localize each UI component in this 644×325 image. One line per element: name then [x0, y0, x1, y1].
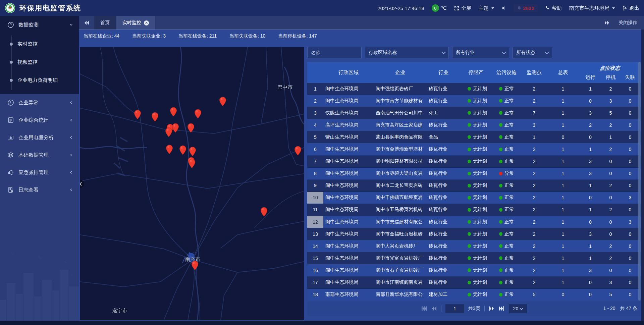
status-dot-icon: [468, 87, 471, 91]
map-pin[interactable]: [195, 109, 202, 119]
datetime-label: 2021-02-25 17:46:18: [377, 5, 424, 11]
tabs-scroll-left-button[interactable]: [79, 16, 94, 30]
map-pin[interactable]: [172, 123, 179, 133]
status-dot-icon: [499, 256, 502, 260]
theme-dropdown[interactable]: 主题: [479, 5, 494, 11]
prev-page-button[interactable]: [431, 306, 437, 311]
chevron-left-icon: [69, 118, 73, 122]
cell-industry: 砖瓦行业: [427, 243, 460, 249]
page-size-select[interactable]: 20: [509, 304, 527, 313]
org-dropdown[interactable]: 南充市生态环境局: [569, 5, 615, 11]
map-pin[interactable]: [179, 145, 186, 155]
table-row[interactable]: 13阆中生态环境局阆中市金福旺页岩机砖砖瓦行业无计划正常21300: [307, 228, 641, 240]
map-pin[interactable]: [219, 97, 226, 106]
page-number-input[interactable]: [445, 304, 464, 313]
chevron-left-icon: [69, 101, 73, 104]
fullscreen-button[interactable]: 全屏: [454, 5, 471, 11]
table-row[interactable]: 5营山生态环境局营山县润丰肉食品有限食品无计划正常10010: [307, 131, 641, 143]
table-row[interactable]: 2阆中生态环境局阆中市南方节能建材有砖瓦行业无计划正常21030: [307, 95, 641, 107]
region-filter-select[interactable]: 行政区域名称: [365, 47, 449, 58]
status-filter-select[interactable]: 所有状态: [513, 47, 552, 58]
sidebar-item-3[interactable]: 企业综合统计: [0, 111, 79, 129]
table-row[interactable]: 14阆中生态环境局阆中大兴页岩机砖厂砖瓦行业无计划正常21120: [307, 240, 641, 252]
table-row[interactable]: 10阆中生态环境局阆中千佛镇五郎垭页岩砖瓦行业无计划正常21003: [307, 192, 641, 204]
cell-monitor-count: 2: [521, 207, 547, 212]
table-row[interactable]: 7阆中生态环境局阆中明阳建材有限公司砖瓦行业无计划正常21300: [307, 156, 641, 168]
cell-company: 阆中强锐页岩砖厂: [374, 86, 427, 92]
sidebar-subitem[interactable]: 企业电力负荷明细: [0, 71, 79, 89]
sidebar-item-5[interactable]: 基础数据管理: [0, 146, 79, 164]
cell-company: 阆中市忠信建材有限公: [374, 219, 427, 225]
sidebar-item-1[interactable]: 数据监测: [0, 16, 79, 34]
sound-toggle[interactable]: [501, 6, 506, 10]
status-label: 正常: [504, 267, 514, 273]
sidebar-subitem-label: 企业电力负荷明细: [17, 77, 58, 84]
notification-bell[interactable]: 2632: [514, 4, 538, 12]
logout-button[interactable]: 退出: [622, 5, 639, 11]
last-page-button[interactable]: [499, 306, 505, 311]
cell-halt-count: 1: [602, 134, 620, 140]
cell-industry: 砖瓦行业: [427, 255, 460, 261]
map-pin[interactable]: [134, 110, 141, 119]
sidebar-item-7[interactable]: 日志查看: [0, 181, 79, 199]
cell-monitor-count: 2: [521, 256, 547, 261]
table-row[interactable]: 16阆中生态环境局阆中市石子页岩机砖厂砖瓦行业无计划正常21300: [307, 264, 641, 276]
cell-facility-status: 正常: [492, 207, 521, 213]
map-pin[interactable]: [189, 159, 196, 168]
map-pin[interactable]: [294, 146, 301, 156]
sidebar-subitem[interactable]: 实时监控: [0, 35, 79, 53]
help-button[interactable]: 帮助: [545, 5, 562, 11]
tab-bar: 首页 实时监控 ✕ 关闭操作: [79, 16, 644, 30]
table-row[interactable]: 18南部生态环境局南部县新华水泥有限公建材加工无计划正常50050: [307, 289, 641, 301]
cell-industry: 砖瓦行业: [427, 98, 460, 104]
name-search-input[interactable]: [307, 47, 362, 58]
table-row[interactable]: 15阆中生态环境局阆中市光富页岩机砖厂砖瓦行业无计划正常21120: [307, 252, 641, 264]
table-scrollbar[interactable]: [638, 62, 641, 301]
close-tab-icon[interactable]: ✕: [144, 20, 149, 25]
sidebar-subitem[interactable]: 视频监控: [0, 53, 79, 71]
page-scrollbar-track[interactable]: [641, 30, 644, 321]
double-chevron-right-icon[interactable]: [604, 20, 610, 25]
table-row[interactable]: 1阆中生态环境局阆中强锐页岩砖厂砖瓦行业无计划正常21120: [307, 83, 641, 95]
table-row[interactable]: 6阆中生态环境局阆中市金博瑞新型墙材砖瓦行业无计划正常21120: [307, 143, 641, 155]
map-canvas[interactable]: 巴中市南充市遂宁市: [80, 47, 304, 320]
cell-region: 阆中生态环境局: [323, 158, 374, 164]
map-pin[interactable]: [191, 261, 198, 270]
status-label: 无计划: [473, 267, 487, 273]
map-pin[interactable]: [261, 207, 268, 217]
map-pin[interactable]: [166, 145, 173, 154]
table-row[interactable]: 3仪陇生态环境局西南油气田分公司川中化工无计划正常71350: [307, 107, 641, 119]
sidebar-item-4[interactable]: 企业用电量分析: [0, 129, 79, 146]
tab-realtime-monitor[interactable]: 实时监控 ✕: [116, 16, 155, 30]
tab-home[interactable]: 首页: [94, 16, 116, 30]
chevron-down-icon: [69, 23, 73, 26]
map-pin[interactable]: [189, 147, 196, 156]
bell-icon: [517, 6, 522, 10]
stat-item: 当前在线企业: 44: [84, 33, 119, 39]
cell-company: 南充市高坪区王家店建: [374, 122, 427, 128]
map-pin[interactable]: [165, 127, 172, 137]
table-row[interactable]: 11阆中生态环境局阆中市五马桥页岩机砖砖瓦行业无计划正常21120: [307, 204, 641, 216]
cell-stop-status: 无计划: [460, 231, 492, 237]
sidebar-item-6[interactable]: 应急减排管理: [0, 164, 79, 181]
map-pin[interactable]: [151, 112, 158, 122]
industry-filter-select[interactable]: 所有行业: [452, 47, 509, 58]
cell-monitor-count: 3: [521, 122, 547, 128]
table-row[interactable]: 17阆中生态环境局阆中市江南镇阆南页岩砖瓦行业无计划正常21030: [307, 277, 641, 289]
cell-lost-count: 0: [620, 280, 641, 285]
close-operations-menu[interactable]: 关闭操作: [619, 20, 637, 26]
map-pin[interactable]: [170, 107, 177, 117]
table-row[interactable]: 4高坪生态环境局南充市高坪区王家店建砖瓦行业无计划正常31220: [307, 119, 641, 131]
map-pin[interactable]: [187, 123, 195, 133]
table-row[interactable]: 8阆中生态环境局阆中市枣碧大梁山页岩砖瓦行业无计划异常21300: [307, 168, 641, 180]
next-page-button[interactable]: [489, 306, 495, 311]
cell-region: 阆中生态环境局: [323, 267, 374, 273]
bullet-dot-icon: [10, 61, 13, 64]
table-row[interactable]: 12阆中生态环境局阆中市忠信建材有限公砖瓦行业无计划正常21003: [307, 216, 641, 228]
first-page-button[interactable]: [421, 306, 427, 311]
row-index: 5: [307, 134, 323, 140]
cell-company: 阆中市南方节能建材有: [374, 98, 427, 104]
table-row[interactable]: 9阆中生态环境局阆中市二龙长宝页岩砖砖瓦行业无计划正常21120: [307, 180, 641, 192]
sidebar-item-2[interactable]: 企业异常: [0, 94, 79, 111]
cell-meter-count: 1: [547, 183, 579, 188]
